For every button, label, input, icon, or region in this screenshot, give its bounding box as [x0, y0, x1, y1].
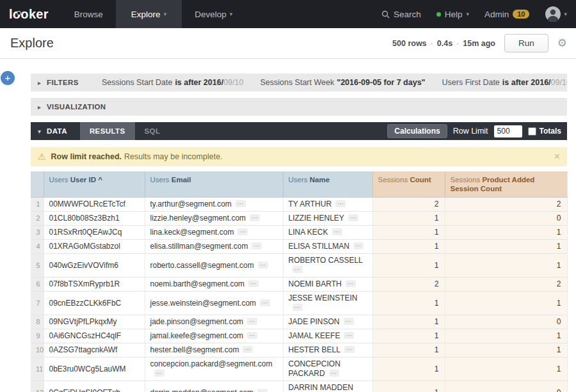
cell-name[interactable]: TY ARTHUR⋯ [283, 198, 372, 212]
cell-user-id[interactable]: 01XRAGoMGstabzol [44, 240, 145, 254]
cell-sessions-count[interactable]: 1 [372, 292, 445, 315]
nav-help[interactable]: Help ▾ [436, 10, 469, 19]
gear-icon[interactable]: ⚙ [557, 36, 567, 50]
cell-menu-icon[interactable]: ⋯ [292, 304, 303, 311]
cell-menu-icon[interactable]: ⋯ [332, 228, 342, 235]
cell-sessions-count[interactable]: 2 [372, 198, 445, 212]
cell-email[interactable]: darrin.madden@segment.com⋯ [145, 381, 283, 392]
cell-name[interactable]: DARRIN MADDEN⋯ [283, 381, 372, 392]
calculations-button[interactable]: Calculations [387, 124, 447, 138]
run-button[interactable]: Run [504, 34, 548, 52]
cell-menu-icon[interactable]: ⋯ [250, 214, 260, 221]
cell-product-added-count[interactable]: 1 [445, 292, 567, 315]
cell-sessions-count[interactable]: 1 [372, 226, 445, 240]
visualization-panel[interactable]: ▸ VISUALIZATION [31, 98, 567, 116]
column-header-sessions-count[interactable]: Sessions Count [372, 171, 445, 198]
add-button[interactable]: + [1, 71, 15, 85]
filters-panel[interactable]: ▸ FILTERS Sessions Start Dateis after 20… [31, 74, 567, 91]
cell-name[interactable]: JAMAL KEEFE⋯ [283, 329, 372, 343]
cell-menu-icon[interactable]: ⋯ [260, 299, 270, 306]
cell-email[interactable]: roberto.cassell@segment.com⋯ [145, 254, 283, 278]
cell-user-id[interactable]: 01CL80b08Sz3Bzh1 [44, 212, 145, 226]
chevron-down-icon[interactable]: ▾ [38, 128, 41, 135]
filter-item[interactable]: Sessions Start Week"2016-09-05 for 7 day… [260, 78, 425, 87]
cell-sessions-count[interactable]: 1 [372, 315, 445, 329]
tab-results[interactable]: RESULTS [80, 122, 135, 140]
cell-product-added-count[interactable]: 2 [445, 278, 567, 292]
filter-item[interactable]: Sessions Start Dateis after 2016/09/10 [102, 78, 244, 87]
cell-sessions-count[interactable]: 1 [372, 357, 445, 381]
cell-product-added-count[interactable]: 0 [445, 212, 567, 226]
cell-product-added-count[interactable]: 1 [445, 343, 567, 357]
row-limit-input[interactable] [494, 125, 522, 137]
cell-email[interactable]: lizzie.henley@segment.com⋯ [145, 212, 283, 226]
data-panel-label[interactable]: DATA [47, 127, 67, 135]
nav-admin[interactable]: Admin 10 [484, 10, 530, 19]
cell-product-added-count[interactable]: 1 [445, 357, 567, 381]
cell-user-id[interactable]: 0bE3ru0WCg5LauWM [44, 357, 145, 381]
cell-name[interactable]: LINA KECK⋯ [283, 226, 372, 240]
cell-menu-icon[interactable]: ⋯ [236, 200, 246, 207]
cell-user-id[interactable]: 09NGVtjPfLPkqxMy [44, 315, 145, 329]
cell-product-added-count[interactable]: 2 [445, 198, 567, 212]
cell-email[interactable]: jade.pinson@segment.com⋯ [145, 315, 283, 329]
cell-menu-icon[interactable]: ⋯ [252, 242, 262, 249]
nav-item-develop[interactable]: Develop ▾ [182, 0, 245, 28]
cell-product-added-count[interactable]: 1 [445, 240, 567, 254]
cell-sessions-count[interactable]: 1 [372, 254, 445, 278]
cell-menu-icon[interactable]: ⋯ [154, 370, 164, 377]
cell-menu-icon[interactable]: ⋯ [248, 280, 259, 287]
cell-email[interactable]: elisa.stillman@segment.com⋯ [145, 240, 283, 254]
cell-menu-icon[interactable]: ⋯ [329, 370, 339, 377]
cell-sessions-count[interactable]: 1 [372, 329, 445, 343]
cell-email[interactable]: concepcion.packard@segment.com⋯ [145, 357, 283, 381]
cell-user-id[interactable]: 0Ai6GNCGszHC4qlF [44, 329, 145, 343]
cell-name[interactable]: CONCEPCION PACKARD⋯ [283, 357, 372, 381]
cell-email[interactable]: noemi.barth@segment.com⋯ [145, 278, 283, 292]
cell-user-id[interactable]: 01RSxRrt0QEAwJCq [44, 226, 145, 240]
tab-sql[interactable]: SQL [135, 122, 170, 140]
cell-product-added-count[interactable]: 1 [445, 254, 567, 278]
cell-menu-icon[interactable]: ⋯ [247, 318, 257, 325]
cell-email[interactable]: jesse.weinstein@segment.com⋯ [145, 292, 283, 315]
nav-item-explore[interactable]: Explore ▾ [116, 0, 182, 28]
cell-product-added-count[interactable]: 1 [445, 329, 567, 343]
filter-item[interactable]: Users First Dateis after 2016/09/10 [442, 78, 567, 87]
cell-name[interactable]: ROBERTO CASSELL⋯ [283, 254, 372, 278]
cell-user-id[interactable]: 040wGzEivVOVifm6 [44, 254, 145, 278]
cell-menu-icon[interactable]: ⋯ [353, 242, 364, 249]
cell-name[interactable]: LIZZIE HENLEY⋯ [283, 212, 372, 226]
cell-menu-icon[interactable]: ⋯ [258, 262, 268, 269]
cell-user-id[interactable]: 00MWWFOLRcETcTcf [44, 198, 145, 212]
column-header-product-added-session-count[interactable]: Sessions Product Added Session Count [445, 171, 567, 198]
cell-menu-icon[interactable]: ⋯ [257, 389, 268, 392]
cell-name[interactable]: HESTER BELL⋯ [283, 343, 372, 357]
cell-menu-icon[interactable]: ⋯ [292, 266, 303, 273]
cell-email[interactable]: hester.bell@segment.com⋯ [145, 343, 283, 357]
cell-sessions-count[interactable]: 1 [372, 381, 445, 392]
cell-user-id[interactable]: 0CqEiDUgSI0OFTxh [44, 381, 145, 392]
cell-menu-icon[interactable]: ⋯ [344, 346, 355, 353]
cell-user-id[interactable]: 09cnEBzzCLKk6FbC [44, 292, 145, 315]
user-menu[interactable]: ▾ [545, 6, 567, 22]
cell-email[interactable]: ty.arthur@segment.com⋯ [145, 198, 283, 212]
cell-menu-icon[interactable]: ⋯ [243, 346, 253, 353]
cell-name[interactable]: JADE PINSON⋯ [283, 315, 372, 329]
cell-menu-icon[interactable]: ⋯ [348, 214, 358, 221]
column-header-email[interactable]: Users Email [145, 171, 283, 198]
cell-product-added-count[interactable]: 0 [445, 315, 567, 329]
close-icon[interactable]: × [554, 151, 560, 162]
cell-user-id[interactable]: 07f8bTSXmRyprb1R [44, 278, 145, 292]
cell-sessions-count[interactable]: 1 [372, 212, 445, 226]
cell-menu-icon[interactable]: ⋯ [344, 332, 354, 339]
cell-name[interactable]: JESSE WEINSTEIN⋯ [283, 292, 372, 315]
cell-product-added-count[interactable]: 1 [445, 226, 567, 240]
cell-menu-icon[interactable]: ⋯ [346, 280, 356, 287]
cell-sessions-count[interactable]: 1 [372, 240, 445, 254]
cell-name[interactable]: NOEMI BARTH⋯ [283, 278, 372, 292]
cell-email[interactable]: jamal.keefe@segment.com⋯ [145, 329, 283, 343]
cell-sessions-count[interactable]: 1 [372, 343, 445, 357]
nav-search[interactable]: Search [381, 10, 421, 19]
column-header-user-id[interactable]: Users User ID ^ [44, 171, 145, 198]
cell-user-id[interactable]: 0AZSG7ttagcnkAWf [44, 343, 145, 357]
